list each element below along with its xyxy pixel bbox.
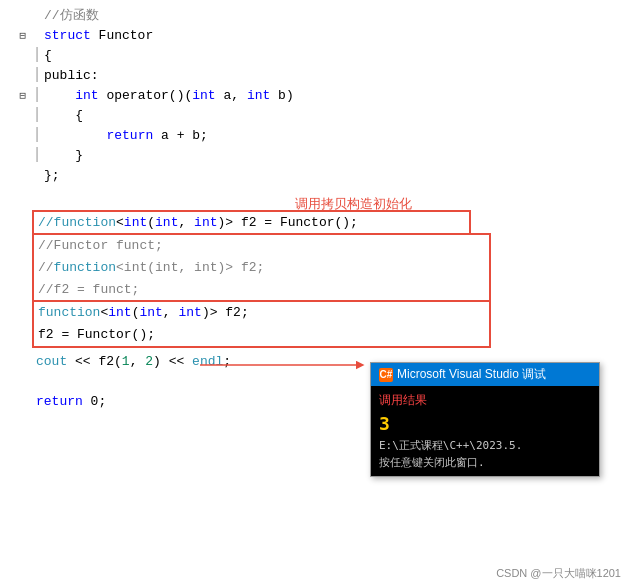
box1-int2: int xyxy=(155,215,178,230)
kw-return: return xyxy=(106,128,153,143)
b2-fn2: function xyxy=(54,260,116,275)
b3-rest2: )> f2; xyxy=(202,305,249,320)
b2-rest1: < xyxy=(116,260,124,275)
kw-int3: int xyxy=(247,88,270,103)
code-line-comment: //仿函数 xyxy=(0,6,631,26)
kw-struct: struct xyxy=(44,28,91,43)
cout-comma: , xyxy=(130,354,146,369)
cout-op2: ) << xyxy=(153,354,192,369)
b3-f2assign: f2 = Functor(); xyxy=(38,327,155,342)
public-label: public: xyxy=(44,68,99,83)
code-line-brace3: | } xyxy=(0,146,631,166)
b2-rest2: ( xyxy=(147,260,155,275)
code-line-brace4: }; xyxy=(0,166,631,186)
vs-icon: C# xyxy=(379,368,393,382)
gutter-icon6: | xyxy=(30,105,44,125)
comment-functor: //仿函数 xyxy=(44,8,99,23)
box1-int: int xyxy=(124,215,147,230)
watermark: CSDN @一只大喵咪1201 xyxy=(496,566,621,581)
vs-popup: C# Microsoft Visual Studio 调试 调用结果 3 E:\… xyxy=(370,362,600,477)
brace-open2: { xyxy=(75,108,83,123)
box3-line1: function<int(int, int)> f2; xyxy=(34,302,489,324)
box2-line2: //function<int(int, int)> f2; xyxy=(34,257,489,279)
gutter-icon4: | xyxy=(30,65,44,85)
vs-hint: 按任意键关闭此窗口. xyxy=(379,455,591,470)
b3-int3: int xyxy=(178,305,201,320)
brace-close2: }; xyxy=(44,168,60,183)
gutter-icon8: | xyxy=(30,145,44,165)
brace-open: { xyxy=(44,48,52,63)
box1-text: < xyxy=(116,215,124,230)
box1-line1: //function<int(int, int)> f2 = Functor()… xyxy=(34,212,469,234)
param-b: b) xyxy=(270,88,293,103)
kw-return0: return xyxy=(36,394,83,409)
endl-name: endl xyxy=(192,354,223,369)
return-expr: a + b; xyxy=(153,128,208,143)
cout-semi: ; xyxy=(223,354,231,369)
num1: 1 xyxy=(122,354,130,369)
red-box-3: function<int(int, int)> f2; f2 = Functor… xyxy=(32,300,491,348)
vs-title-text: Microsoft Visual Studio 调试 xyxy=(397,366,546,383)
cout-name: cout xyxy=(36,354,67,369)
code-line-brace2: | { xyxy=(0,106,631,126)
code-line-return: | return a + b; xyxy=(0,126,631,146)
vs-titlebar: C# Microsoft Visual Studio 调试 xyxy=(371,363,599,386)
code-line-struct: ⊟ struct Functor xyxy=(0,26,631,46)
b3-int2: int xyxy=(139,305,162,320)
box1-rest1: ( xyxy=(147,215,155,230)
box3-line2: f2 = Functor(); xyxy=(34,324,489,346)
box1-comma: , xyxy=(178,215,194,230)
return0-val: 0; xyxy=(83,394,106,409)
gutter-struct: ⊟ xyxy=(0,26,30,46)
vs-annotation-label: 调用结果 xyxy=(379,392,591,409)
gutter-icon5: | xyxy=(30,85,44,105)
box2-line1: //Functor funct; xyxy=(34,235,489,257)
brace-close1: } xyxy=(75,148,83,163)
b2-int2: int xyxy=(155,260,178,275)
code-line-brace1: | { xyxy=(0,46,631,66)
box1-fn: function xyxy=(54,215,116,230)
b2-l2: // xyxy=(38,260,54,275)
box2-line3: //f2 = funct; xyxy=(34,279,489,301)
operator-sig: operator()( xyxy=(99,88,193,103)
gutter-icon3: | xyxy=(30,45,44,65)
red-box-2: //Functor funct; //function<int(int, int… xyxy=(32,233,491,303)
vs-result-num: 3 xyxy=(379,413,591,434)
b3-int: int xyxy=(108,305,131,320)
box1-rest2: )> f2 = Functor(); xyxy=(217,215,357,230)
vs-body: 调用结果 3 E:\正式课程\C++\2023.5. 按任意键关闭此窗口. xyxy=(371,386,599,476)
b2-int3: int xyxy=(194,260,217,275)
b2-rest3: )> f2; xyxy=(217,260,264,275)
box1-comment: // xyxy=(38,215,54,230)
kw-int2: int xyxy=(192,88,215,103)
b2-comma2: , xyxy=(178,260,194,275)
b2-int1: int xyxy=(124,260,147,275)
param-a: a, xyxy=(216,88,247,103)
b3-fn: function xyxy=(38,305,100,320)
code-line-operator: ⊟ | int operator()(int a, int b) xyxy=(0,86,631,106)
gutter-icon7: | xyxy=(30,125,44,145)
box1-int3: int xyxy=(194,215,217,230)
main-container: //仿函数 ⊟ struct Functor | { | public: ⊟ |… xyxy=(0,0,631,585)
struct-name: Functor xyxy=(91,28,153,43)
kw-int: int xyxy=(75,88,98,103)
gutter5: ⊟ xyxy=(0,86,30,106)
cout-op1: << f2( xyxy=(67,354,122,369)
code-line-public: | public: xyxy=(0,66,631,86)
b3-comma: , xyxy=(163,305,179,320)
num2: 2 xyxy=(145,354,153,369)
vs-path: E:\正式课程\C++\2023.5. xyxy=(379,438,591,453)
b2-l1: //Functor funct; xyxy=(38,238,163,253)
code-area: //仿函数 ⊟ struct Functor | { | public: ⊟ |… xyxy=(0,0,631,186)
b2-l3: //f2 = funct; xyxy=(38,282,139,297)
